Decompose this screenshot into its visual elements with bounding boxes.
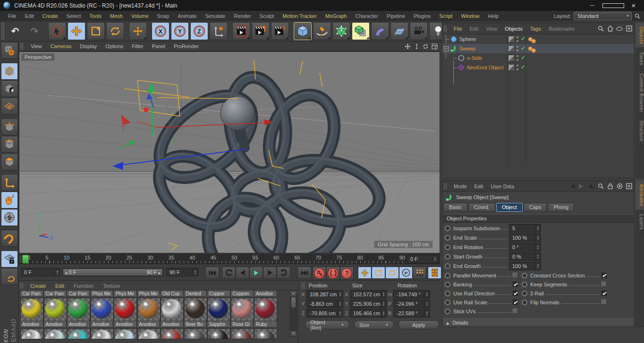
material-preview[interactable] bbox=[184, 328, 207, 339]
panel-tab[interactable]: Takes bbox=[636, 48, 644, 70]
material-name-label[interactable]: Phys Me bbox=[138, 291, 160, 297]
lock-workplane-button[interactable] bbox=[1, 251, 18, 268]
keyframe-filmstrip-button[interactable] bbox=[428, 267, 441, 279]
viewport-menu-item[interactable]: View bbox=[26, 43, 46, 49]
position-field[interactable]: 108.287 cm bbox=[306, 290, 343, 299]
viewport-menu-item[interactable]: Display bbox=[76, 43, 101, 49]
object-row-neoknot[interactable]: NeoKnot Object bbox=[442, 63, 634, 72]
checkbox[interactable] bbox=[513, 300, 518, 305]
enabled-check-icon[interactable] bbox=[521, 45, 525, 51]
spinner-arrows-icon[interactable] bbox=[424, 291, 430, 298]
visibility-dots[interactable] bbox=[517, 36, 518, 42]
key-position-button[interactable] bbox=[358, 267, 372, 279]
animation-dot-icon[interactable] bbox=[445, 254, 450, 259]
history-forward-icon[interactable] bbox=[578, 183, 585, 190]
enabled-check-icon[interactable] bbox=[521, 35, 525, 42]
attribute-tab[interactable]: Caps bbox=[524, 203, 547, 212]
scroll-down-icon[interactable]: ▼ bbox=[290, 331, 297, 336]
spinner-arrows-icon[interactable] bbox=[535, 234, 541, 242]
om-menu-item[interactable]: File bbox=[450, 26, 466, 32]
material-preview[interactable] bbox=[67, 298, 90, 321]
material-name-label[interactable]: Ruby bbox=[254, 321, 276, 327]
autokey-button[interactable] bbox=[326, 267, 340, 280]
visibility-dots[interactable] bbox=[517, 46, 518, 51]
animation-dot-icon[interactable] bbox=[522, 273, 527, 278]
material-name-label[interactable]: Rose Gl bbox=[231, 321, 253, 327]
play-forwards-button[interactable] bbox=[277, 267, 290, 279]
spinner-arrows-icon[interactable] bbox=[192, 268, 198, 276]
menu-item[interactable]: Character bbox=[351, 11, 382, 21]
visibility-toggle[interactable] bbox=[508, 64, 515, 71]
om-menu-item[interactable]: View bbox=[483, 26, 501, 32]
environment-button[interactable] bbox=[390, 22, 408, 40]
spinner-arrows-icon[interactable] bbox=[535, 225, 541, 232]
polygons-mode-button[interactable] bbox=[1, 153, 18, 170]
spinner-arrows-icon[interactable] bbox=[424, 300, 430, 308]
make-editable-button[interactable] bbox=[1, 42, 18, 59]
material-name-label[interactable]: Coppen bbox=[231, 291, 253, 297]
menu-item[interactable]: Pipeline bbox=[382, 11, 409, 21]
menu-item[interactable]: Help bbox=[484, 11, 503, 21]
material-name-label[interactable]: Sapphir bbox=[208, 321, 229, 327]
spinner-arrows-icon[interactable] bbox=[535, 253, 541, 260]
material-preview[interactable] bbox=[137, 328, 161, 339]
viewport-pan-icon[interactable] bbox=[404, 43, 411, 50]
subdivision-surface-button[interactable] bbox=[332, 22, 350, 40]
lock-icon[interactable] bbox=[607, 183, 613, 190]
y-axis-lock-button[interactable]: Y bbox=[171, 22, 189, 40]
menu-item[interactable]: Mesh bbox=[106, 11, 127, 21]
material-menu-item[interactable]: Create bbox=[25, 283, 51, 289]
parameter-field[interactable]: 0 % bbox=[509, 252, 541, 261]
visibility-dots[interactable] bbox=[517, 65, 518, 70]
animation-dot-icon[interactable] bbox=[522, 291, 527, 296]
material-name-label[interactable]: Anodise bbox=[44, 321, 66, 327]
camera-button[interactable] bbox=[410, 22, 428, 40]
checkbox[interactable] bbox=[513, 309, 518, 314]
tweak-mode-button[interactable] bbox=[1, 192, 18, 209]
menu-item[interactable]: MoGraph bbox=[321, 11, 351, 21]
live-selection-button[interactable] bbox=[48, 22, 66, 40]
menu-item[interactable]: Edit bbox=[21, 11, 38, 21]
range-right-arrow-icon[interactable]: ▶ bbox=[159, 271, 161, 275]
enabled-check-icon[interactable] bbox=[521, 54, 525, 61]
menu-item[interactable]: Snap bbox=[153, 11, 174, 21]
visibility-dots[interactable] bbox=[517, 55, 518, 61]
history-back-icon[interactable] bbox=[569, 183, 576, 190]
material-menu-item[interactable]: Function bbox=[69, 283, 98, 289]
panel-tab[interactable]: Layers bbox=[636, 210, 644, 234]
animation-dot-icon[interactable] bbox=[445, 244, 450, 250]
render-settings-button[interactable] bbox=[271, 22, 289, 40]
parameter-field[interactable]: 100 % bbox=[509, 234, 541, 242]
animation-dot-icon[interactable] bbox=[522, 282, 527, 287]
size-mode-dropdown[interactable]: Size▼ bbox=[354, 320, 394, 329]
material-preview[interactable] bbox=[114, 298, 137, 321]
texture-tag-icon[interactable] bbox=[532, 49, 536, 53]
checkbox[interactable] bbox=[513, 291, 518, 296]
render-view-button[interactable] bbox=[232, 22, 250, 40]
material-grip[interactable] bbox=[20, 283, 24, 289]
coordinate-system-button[interactable] bbox=[210, 22, 228, 40]
viewport-menu-item[interactable]: Cameras bbox=[46, 43, 76, 49]
keyframe-selection-button[interactable]: ? bbox=[340, 267, 354, 280]
snap-button[interactable] bbox=[1, 230, 18, 247]
range-left-arrow-icon[interactable]: ◀ bbox=[65, 271, 67, 275]
viewport-grip[interactable] bbox=[20, 42, 24, 50]
material-preview[interactable] bbox=[20, 298, 43, 321]
material-preview[interactable] bbox=[161, 328, 184, 339]
viewport-toggle-icon[interactable] bbox=[431, 43, 438, 50]
workplane-rotate-button[interactable] bbox=[1, 268, 18, 285]
animation-dot-icon[interactable] bbox=[445, 263, 450, 269]
object-row-sphere[interactable]: Sphere bbox=[442, 34, 634, 44]
enabled-check-icon[interactable] bbox=[521, 64, 525, 70]
material-name-label[interactable]: Anodise bbox=[68, 321, 89, 327]
menu-item[interactable]: Animate bbox=[173, 11, 201, 21]
filter-eye-icon[interactable] bbox=[616, 25, 623, 32]
menu-item[interactable]: Plugins bbox=[409, 11, 435, 21]
material-name-label[interactable]: Anodise bbox=[114, 321, 136, 327]
material-name-label[interactable]: Anodise bbox=[91, 321, 113, 327]
am-menu-item[interactable]: Edit bbox=[471, 184, 487, 189]
key-pla-button[interactable] bbox=[413, 267, 426, 279]
scrollbar-thumb[interactable] bbox=[291, 297, 296, 308]
workplane-mode-button[interactable] bbox=[1, 98, 18, 115]
panel-tab[interactable]: Structure bbox=[636, 117, 644, 146]
